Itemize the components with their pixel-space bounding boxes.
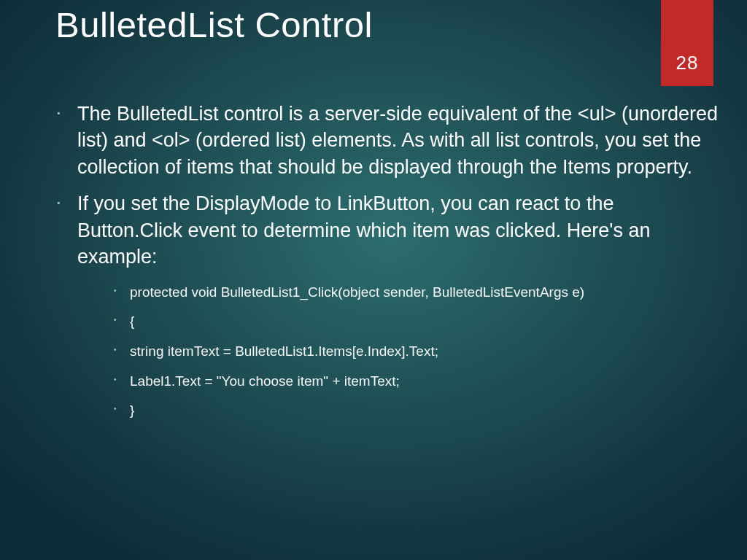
code-line: string itemText = BulletedList1.Items[e.… xyxy=(114,343,718,361)
page-number: 28 xyxy=(676,52,699,74)
bullet-text: The BulletedList control is a server-sid… xyxy=(77,103,718,178)
slide-content: The BulletedList control is a server-sid… xyxy=(55,101,718,432)
page-number-ribbon: 28 xyxy=(661,0,713,86)
bullet-item: If you set the DisplayMode to LinkButton… xyxy=(55,190,718,420)
bullet-list: The BulletedList control is a server-sid… xyxy=(55,101,718,420)
slide-title: BulletedList Control xyxy=(55,4,373,45)
code-line: } xyxy=(114,402,718,420)
code-line: protected void BulletedList1_Click(objec… xyxy=(114,284,718,302)
code-line: Label1.Text = "You choose item" + itemTe… xyxy=(114,373,718,391)
bullet-item: The BulletedList control is a server-sid… xyxy=(55,101,718,180)
bullet-text: If you set the DisplayMode to LinkButton… xyxy=(77,192,651,268)
code-sublist: protected void BulletedList1_Click(objec… xyxy=(114,284,718,420)
slide: 28 BulletedList Control The BulletedList… xyxy=(0,0,747,560)
code-line: { xyxy=(114,313,718,331)
